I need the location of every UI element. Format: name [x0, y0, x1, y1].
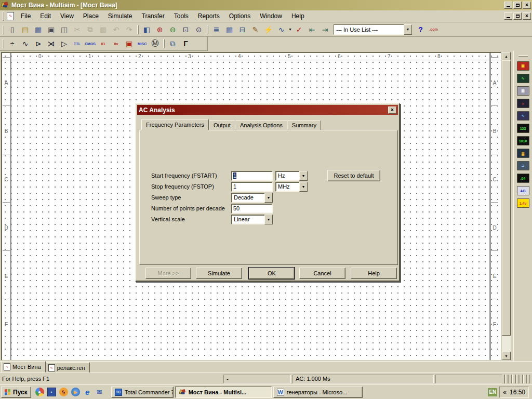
hierarchical-block-icon[interactable]: ⧉ [167, 38, 179, 49]
ttl-icon[interactable]: TTL [71, 38, 83, 49]
hierarchy-icon[interactable]: ≣ [210, 24, 222, 35]
tab-analysis-options[interactable]: Analysis Options [235, 120, 287, 130]
mixed-components-icon[interactable]: 0v [110, 38, 122, 49]
dialog-close-button[interactable]: × [388, 107, 396, 114]
menu-simulate[interactable]: Simulate [103, 11, 137, 21]
analog-components-icon[interactable]: ▷ [58, 38, 70, 49]
edaparts-com-icon[interactable]: .com [428, 24, 440, 35]
vertical-scrollbar[interactable]: ▲ ▼ [502, 52, 511, 360]
logic-analyzer-icon[interactable]: ▓ [517, 149, 529, 158]
scroll-up-button[interactable]: ▲ [502, 52, 511, 60]
toolbar-grip[interactable] [207, 25, 208, 34]
schematic-canvas[interactable]: 012345678 ABCDEF ABCDEF AC Analysis × Fr… [1, 52, 501, 360]
document-system-icon[interactable]: ∿ [7, 12, 14, 20]
simulate-button[interactable]: Simulate [196, 268, 242, 279]
taskbar-button-word[interactable]: Wгенераторы - Microso... [273, 387, 363, 398]
basic-components-icon[interactable]: ∿ [19, 38, 31, 49]
menu-view[interactable]: View [56, 11, 78, 21]
oscilloscope-icon[interactable]: ≈ [517, 99, 529, 108]
winamp-icon[interactable]: ϟ [59, 388, 68, 396]
diodes-icon[interactable]: ⊳ [32, 38, 44, 49]
scrollbar-thumb[interactable] [502, 60, 511, 336]
stop-frequency-input[interactable]: 1 [231, 182, 273, 192]
minimize-button[interactable] [504, 2, 512, 9]
open-file-icon[interactable]: ▤ [19, 24, 31, 35]
print-icon[interactable]: ▣ [45, 24, 57, 35]
electromechanical-icon[interactable]: Ⓜ [149, 38, 161, 49]
outlook-icon[interactable]: ✉ [95, 388, 104, 396]
new-file-icon[interactable]: ▯ [6, 24, 18, 35]
indicators-icon[interactable]: ▣ [123, 38, 135, 49]
child-minimize-button[interactable] [504, 12, 512, 20]
menu-transfer[interactable]: Transfer [137, 11, 169, 21]
logic-converter-icon[interactable]: ⊐ [517, 161, 529, 170]
grapher-icon[interactable]: ∿ [275, 24, 287, 35]
zoom-full-icon[interactable]: ⊙ [193, 24, 205, 35]
chevron-down-icon[interactable]: ▼ [264, 193, 273, 203]
chevron-down-icon[interactable]: ▼ [404, 24, 412, 35]
cmos-icon[interactable]: CMOS [84, 38, 96, 49]
help-button[interactable]: Help [351, 268, 397, 279]
tab-output[interactable]: Output [209, 120, 235, 130]
ok-button[interactable]: OK [249, 268, 295, 279]
tray-chevron-button[interactable]: « [503, 389, 507, 396]
function-generator-icon[interactable]: ∿ [517, 74, 529, 83]
zoom-out-icon[interactable]: ⊖ [167, 24, 179, 35]
sources-icon[interactable]: ÷ [6, 38, 18, 49]
in-use-list-combo[interactable]: --- In Use List ---▼ [334, 24, 412, 35]
print-preview-icon[interactable]: ◫ [58, 24, 70, 35]
transistors-icon[interactable]: ⋊ [45, 38, 57, 49]
zoom-in-icon[interactable]: ⊕ [154, 24, 166, 35]
bus-icon[interactable]: Γ [180, 38, 192, 49]
toolbar-grip[interactable] [3, 25, 4, 34]
sweep-type-select[interactable]: Decade▼ [231, 193, 273, 203]
floppy-save-icon[interactable]: ▪ [47, 388, 56, 396]
agilent-function-generator-icon[interactable]: AG [517, 186, 529, 195]
measurement-probe-icon[interactable]: 1.4v [517, 198, 529, 208]
taskbar-button-total-commander[interactable]: TCTotal Commander 7.0... [111, 387, 174, 398]
menu-place[interactable]: Place [78, 11, 103, 21]
menu-reports[interactable]: Reports [193, 11, 224, 21]
chevron-down-icon[interactable]: ▼ [299, 171, 308, 181]
tab-frequency-parameters[interactable]: Frequency Parameters [141, 119, 209, 130]
menu-tools[interactable]: Tools [169, 11, 193, 21]
forward-annotate-icon[interactable]: ⇥ [319, 24, 331, 35]
restore-button[interactable] [513, 2, 522, 9]
toolbar-grip[interactable] [518, 55, 528, 57]
tab-summary[interactable]: Summary [287, 120, 321, 130]
fullscreen-icon[interactable]: ◧ [141, 24, 153, 35]
spreadsheet-icon[interactable]: ▦ [223, 24, 235, 35]
help-icon[interactable]: ? [415, 24, 427, 35]
wattmeter-icon[interactable]: ▥ [517, 86, 529, 96]
vertical-scale-select[interactable]: Linear▼ [231, 215, 273, 224]
toolbar-grip[interactable] [137, 25, 139, 34]
save-icon[interactable]: ▦ [32, 24, 44, 35]
toolbar-grip[interactable] [163, 39, 165, 48]
cancel-button[interactable]: Cancel [299, 268, 345, 279]
internet-explorer-icon[interactable]: e [83, 388, 92, 396]
toolbar-grip[interactable] [3, 11, 4, 21]
stop-frequency-unit-select[interactable]: MHz▼ [275, 182, 308, 192]
menu-window[interactable]: Window [255, 11, 287, 21]
close-button[interactable]: × [523, 2, 531, 9]
sheet-tab-active[interactable]: ∿Мост Вина [1, 361, 46, 373]
points-per-decade-input[interactable]: 50 [231, 204, 273, 214]
start-frequency-input[interactable]: 1 [231, 171, 273, 181]
taskbar-button-multisim[interactable]: Мост Вина - Multisi... [175, 387, 272, 398]
menu-help[interactable]: Help [287, 11, 309, 21]
reset-to-default-button[interactable]: Reset to default [327, 170, 380, 181]
chrome-icon[interactable] [35, 388, 44, 396]
zoom-area-icon[interactable]: ⊡ [180, 24, 192, 35]
child-close-button[interactable]: × [523, 12, 531, 20]
chevron-down-icon[interactable]: ▼ [288, 24, 292, 35]
chevron-down-icon[interactable]: ▼ [299, 182, 308, 192]
word-generator-icon[interactable]: 1010 [517, 136, 529, 145]
scroll-down-button[interactable]: ▼ [502, 352, 511, 360]
toolbar-grip[interactable] [3, 39, 4, 48]
multimeter-icon[interactable]: ▣ [517, 61, 529, 71]
menu-edit[interactable]: Edit [35, 11, 56, 21]
media-player-icon[interactable]: ▶ [71, 388, 80, 396]
start-frequency-unit-select[interactable]: Hz▼ [275, 171, 308, 181]
sheet-tab-inactive[interactable]: ∿релакс.ген [46, 362, 90, 373]
erc-check-icon[interactable]: ✓ [293, 24, 305, 35]
